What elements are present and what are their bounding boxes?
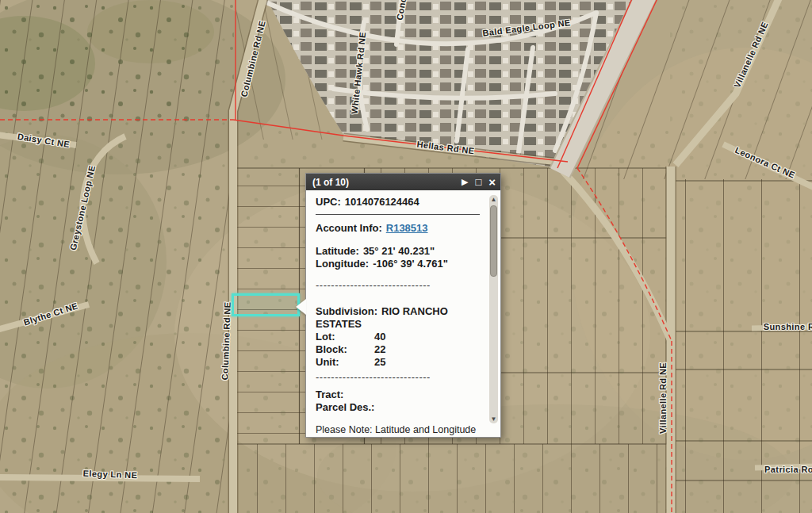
unit-value: 25 xyxy=(374,356,385,368)
upc-label: UPC: xyxy=(316,196,341,208)
lot-value: 40 xyxy=(374,331,385,343)
scroll-up-icon[interactable]: ▲ xyxy=(489,195,498,204)
note-text: Please Note: Latitude and Longitude is t… xyxy=(316,423,481,437)
scroll-down-icon[interactable]: ▼ xyxy=(489,415,498,423)
dashed-separator: ------------------------------ xyxy=(316,371,480,384)
latitude-value: 35° 21' 40.231" xyxy=(363,245,435,257)
parcel-info-popup: (1 of 10) ▶ □ × UPC:1014076124464 Accoun… xyxy=(305,173,501,438)
latitude-label: Latitude: xyxy=(316,245,359,257)
subdivision-label: Subdivision: xyxy=(316,305,377,317)
unit-field: Unit:25 xyxy=(316,356,480,369)
longitude-field: Longitude:-106° 39' 4.761" xyxy=(316,258,480,270)
popup-scrollbar[interactable]: ▲ ▼ xyxy=(489,195,498,423)
close-icon[interactable]: × xyxy=(488,176,496,188)
parcel-des-label: Parcel Des.: xyxy=(316,401,374,413)
unit-label: Unit: xyxy=(316,356,374,369)
block-label: Block: xyxy=(316,343,374,356)
subdivision-field: Subdivision:RIO RANCHO ESTATES xyxy=(316,305,480,331)
popup-header: (1 of 10) ▶ □ × xyxy=(306,174,500,190)
parcel-des-field: Parcel Des.: xyxy=(316,401,480,414)
selected-parcel-highlight[interactable] xyxy=(232,293,300,316)
divider-line xyxy=(316,214,480,215)
upc-value: 1014076124464 xyxy=(345,196,419,208)
account-info-field: Account Info:R138513 xyxy=(316,222,480,235)
account-info-label: Account Info: xyxy=(316,222,382,234)
longitude-value: -106° 39' 4.761" xyxy=(373,258,448,270)
gis-parcel-viewer: Columbine Rd NEColumbine Rd NEBald Eagle… xyxy=(0,0,812,513)
next-record-icon[interactable]: ▶ xyxy=(462,178,468,186)
maximize-icon[interactable]: □ xyxy=(475,177,481,187)
upc-field: UPC:1014076124464 xyxy=(316,196,480,209)
scrollbar-thumb[interactable] xyxy=(490,205,497,277)
tract-field: Tract: xyxy=(316,389,480,401)
longitude-label: Longitude: xyxy=(316,258,369,270)
block-field: Block:22 xyxy=(316,343,480,356)
popup-body: UPC:1014076124464 Account Info:R138513 L… xyxy=(306,190,500,437)
latitude-field: Latitude:35° 21' 40.231" xyxy=(316,245,480,258)
lot-label: Lot: xyxy=(316,331,374,343)
block-value: 22 xyxy=(374,343,385,355)
lot-field: Lot:40 xyxy=(316,331,480,343)
tract-label: Tract: xyxy=(316,389,343,400)
account-link[interactable]: R138513 xyxy=(386,222,428,234)
popup-title: (1 of 10) xyxy=(312,177,462,188)
dashed-separator: ------------------------------ xyxy=(316,279,480,292)
popup-pointer-arrow xyxy=(296,299,306,315)
